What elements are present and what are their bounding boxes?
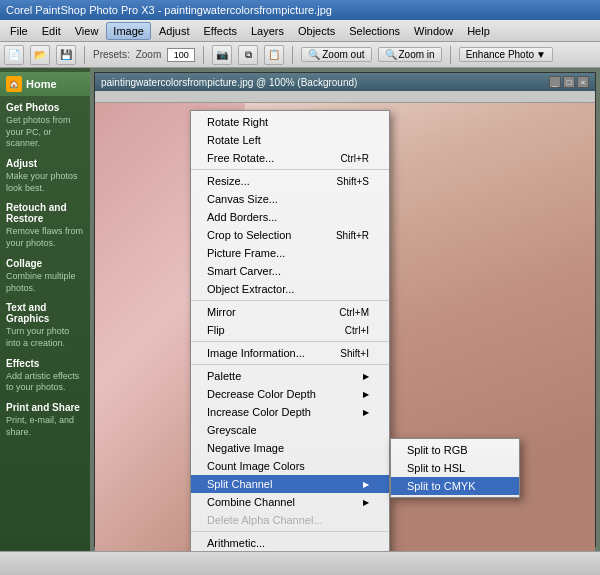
collage-title: Collage: [6, 258, 84, 269]
sidebar-item-effects[interactable]: Effects Add artistic effects to your pho…: [0, 354, 90, 398]
menu-flip[interactable]: FlipCtrl+I: [191, 321, 389, 339]
sep-flip: [191, 341, 389, 342]
sidebar-item-home[interactable]: 🏠 Home: [0, 72, 90, 96]
menu-increase-depth[interactable]: Increase Color Depth▶: [191, 403, 389, 421]
menu-split-channel[interactable]: Split Channel▶: [191, 475, 389, 493]
sep-transform: [191, 300, 389, 301]
adjust-title: Adjust: [6, 158, 84, 169]
submenu-split-rgb[interactable]: Split to RGB: [391, 441, 519, 459]
doc-controls: _ □ ×: [549, 76, 589, 88]
submenu-split-hsl[interactable]: Split to HSL: [391, 459, 519, 477]
doc-title-bar: paintingwatercolorsfrompicture.jpg @ 100…: [95, 73, 595, 91]
home-icon: 🏠: [6, 76, 22, 92]
sep1: [84, 46, 85, 64]
collage-subtitle: Combine multiple photos.: [6, 271, 84, 294]
title-text: Corel PaintShop Photo Pro X3 - paintingw…: [6, 4, 332, 16]
main-layout: 🏠 Home Get Photos Get photos from your P…: [0, 68, 600, 551]
sidebar: 🏠 Home Get Photos Get photos from your P…: [0, 68, 90, 551]
sidebar-item-retouch[interactable]: Retouch and Restore Remove flaws from yo…: [0, 198, 90, 253]
menu-image[interactable]: Image: [106, 22, 151, 40]
menu-picture-frame[interactable]: Picture Frame...: [191, 244, 389, 262]
home-label: Home: [26, 78, 57, 90]
content-area: paintingwatercolorsfrompicture.jpg @ 100…: [90, 68, 600, 551]
doc-close-btn[interactable]: ×: [577, 76, 589, 88]
presets-label: Presets:: [93, 49, 130, 60]
effects-subtitle: Add artistic effects to your photos.: [6, 371, 84, 394]
doc-title: paintingwatercolorsfrompicture.jpg @ 100…: [101, 77, 357, 88]
menu-objects[interactable]: Objects: [292, 23, 341, 39]
menu-file[interactable]: File: [4, 23, 34, 39]
retouch-subtitle: Remove flaws from your photos.: [6, 226, 84, 249]
ruler-horizontal: [95, 91, 595, 103]
menu-canvas-size[interactable]: Canvas Size...: [191, 190, 389, 208]
get-photos-title: Get Photos: [6, 102, 84, 113]
split-channel-submenu: Split to RGB Split to HSL Split to CMYK: [390, 438, 520, 498]
paste-btn[interactable]: 📋: [264, 45, 284, 65]
enhance-arrow: ▼: [536, 49, 546, 60]
menu-mirror[interactable]: MirrorCtrl+M: [191, 303, 389, 321]
sep3: [292, 46, 293, 64]
doc-minimize-btn[interactable]: _: [549, 76, 561, 88]
menu-edit[interactable]: Edit: [36, 23, 67, 39]
sep-info: [191, 364, 389, 365]
submenu-split-cmyk[interactable]: Split to CMYK: [391, 477, 519, 495]
menu-crop[interactable]: Crop to SelectionShift+R: [191, 226, 389, 244]
copy-btn[interactable]: ⧉: [238, 45, 258, 65]
sidebar-item-collage[interactable]: Collage Combine multiple photos.: [0, 254, 90, 298]
doc-restore-btn[interactable]: □: [563, 76, 575, 88]
menu-bar: File Edit View Image Adjust Effects Laye…: [0, 20, 600, 42]
menu-add-borders[interactable]: Add Borders...: [191, 208, 389, 226]
menu-free-rotate[interactable]: Free Rotate...Ctrl+R: [191, 149, 389, 167]
adjust-subtitle: Make your photos look best.: [6, 171, 84, 194]
menu-object-extractor[interactable]: Object Extractor...: [191, 280, 389, 298]
menu-arithmetic[interactable]: Arithmetic...: [191, 534, 389, 551]
menu-rotate-left[interactable]: Rotate Left: [191, 131, 389, 149]
sep-channel: [191, 531, 389, 532]
menu-greyscale[interactable]: Greyscale: [191, 421, 389, 439]
zoom-out-icon: 🔍: [308, 49, 320, 60]
menu-rotate-right[interactable]: Rotate Right: [191, 113, 389, 131]
enhance-btn[interactable]: Enhance Photo ▼: [459, 47, 553, 62]
zoom-in-btn[interactable]: 🔍 Zoom in: [378, 47, 442, 62]
menu-count-colors[interactable]: Count Image Colors: [191, 457, 389, 475]
menu-combine-channel[interactable]: Combine Channel▶: [191, 493, 389, 511]
sidebar-item-text[interactable]: Text and Graphics Turn your photo into a…: [0, 298, 90, 353]
text-title: Text and Graphics: [6, 302, 84, 324]
zoom-out-btn[interactable]: 🔍 Zoom out: [301, 47, 371, 62]
zoom-label: Zoom: [136, 49, 162, 60]
new-btn[interactable]: 📄: [4, 45, 24, 65]
zoom-input[interactable]: [167, 48, 195, 62]
menu-view[interactable]: View: [69, 23, 105, 39]
menu-help[interactable]: Help: [461, 23, 496, 39]
menu-resize[interactable]: Resize...Shift+S: [191, 172, 389, 190]
menu-layers[interactable]: Layers: [245, 23, 290, 39]
image-menu-dropdown: Rotate Right Rotate Left Free Rotate...C…: [190, 110, 390, 551]
print-subtitle: Print, e-mail, and share.: [6, 415, 84, 438]
sep2: [203, 46, 204, 64]
menu-decrease-depth[interactable]: Decrease Color Depth▶: [191, 385, 389, 403]
sidebar-item-adjust[interactable]: Adjust Make your photos look best.: [0, 154, 90, 198]
menu-effects[interactable]: Effects: [198, 23, 243, 39]
menu-palette[interactable]: Palette▶: [191, 367, 389, 385]
zoom-in-icon: 🔍: [385, 49, 397, 60]
zoom-in-label: Zoom in: [399, 49, 435, 60]
menu-smart-carver[interactable]: Smart Carver...: [191, 262, 389, 280]
open-btn[interactable]: 📂: [30, 45, 50, 65]
save-btn[interactable]: 💾: [56, 45, 76, 65]
title-bar: Corel PaintShop Photo Pro X3 - paintingw…: [0, 0, 600, 20]
toolbar: 📄 📂 💾 Presets: Zoom 📷 ⧉ 📋 🔍 Zoom out 🔍 Z…: [0, 42, 600, 68]
menu-negative[interactable]: Negative Image: [191, 439, 389, 457]
status-bar: [0, 551, 600, 575]
menu-window[interactable]: Window: [408, 23, 459, 39]
text-subtitle: Turn your photo into a creation.: [6, 326, 84, 349]
sidebar-item-print[interactable]: Print and Share Print, e-mail, and share…: [0, 398, 90, 442]
enhance-label: Enhance Photo: [466, 49, 534, 60]
menu-adjust[interactable]: Adjust: [153, 23, 196, 39]
sidebar-item-get-photos[interactable]: Get Photos Get photos from your PC, or s…: [0, 98, 90, 154]
menu-image-info[interactable]: Image Information...Shift+I: [191, 344, 389, 362]
menu-selections[interactable]: Selections: [343, 23, 406, 39]
camera-btn[interactable]: 📷: [212, 45, 232, 65]
sep4: [450, 46, 451, 64]
print-title: Print and Share: [6, 402, 84, 413]
get-photos-subtitle: Get photos from your PC, or scanner.: [6, 115, 84, 150]
